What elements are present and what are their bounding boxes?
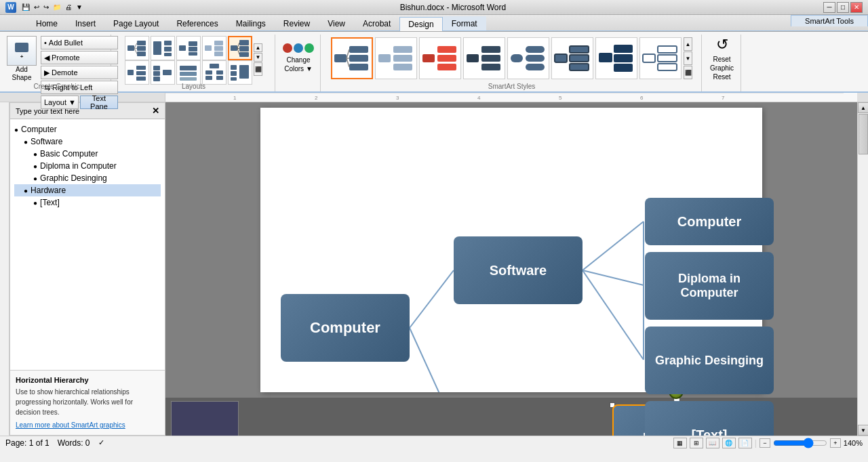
tab-home[interactable]: Home bbox=[27, 16, 66, 30]
tab-page-layout[interactable]: Page Layout bbox=[104, 16, 167, 30]
tab-references[interactable]: References bbox=[167, 16, 226, 30]
smartart-tools-label: SmartArt Tools bbox=[791, 15, 868, 26]
svg-rect-49 bbox=[349, 64, 368, 70]
layout-item-7[interactable] bbox=[151, 60, 175, 85]
layout-button[interactable]: Layout ▼ bbox=[41, 96, 79, 109]
zoom-in-button[interactable]: + bbox=[830, 438, 841, 448]
smartart-style-3[interactable] bbox=[419, 37, 461, 79]
smartart-style-2[interactable] bbox=[375, 37, 417, 79]
layout-item-10[interactable] bbox=[228, 60, 252, 85]
smartart-style-1[interactable] bbox=[331, 37, 373, 79]
promote-button[interactable]: ◀ Promote bbox=[41, 51, 118, 64]
node-text[interactable]: [Text] bbox=[645, 401, 774, 436]
layout-item-1[interactable] bbox=[125, 36, 149, 60]
svg-rect-38 bbox=[205, 70, 212, 75]
svg-rect-19 bbox=[231, 45, 237, 51]
tab-acrobat[interactable]: Acrobat bbox=[354, 16, 399, 30]
maximize-button[interactable]: □ bbox=[837, 2, 849, 13]
layout-arrows: ▲ ▼ ⬛ bbox=[254, 43, 262, 76]
tab-review[interactable]: Review bbox=[275, 16, 319, 30]
smartart-style-7[interactable] bbox=[595, 37, 637, 79]
view-web-button[interactable]: 🌐 bbox=[722, 438, 736, 448]
change-colors-button[interactable]: Change Colors ▼ bbox=[281, 36, 316, 90]
svg-rect-73 bbox=[599, 53, 612, 62]
tree-item-hardware[interactable]: ● Hardware bbox=[14, 184, 161, 196]
layout-scroll-up[interactable]: ▲ bbox=[254, 43, 262, 52]
tab-format[interactable]: Format bbox=[443, 16, 486, 30]
layout-item-3[interactable] bbox=[176, 36, 201, 60]
create-graphic-content: + Add Shape • Add Bullet ◀ Promote ▶ bbox=[7, 36, 106, 119]
tree-item-computer[interactable]: ● Computer bbox=[14, 123, 161, 135]
smartart-style-5[interactable] bbox=[507, 37, 549, 79]
view-reading-button[interactable]: 📖 bbox=[706, 438, 719, 448]
color-circle-blue bbox=[294, 43, 303, 53]
svg-rect-13 bbox=[189, 47, 197, 51]
layout-item-8[interactable] bbox=[176, 60, 201, 85]
status-check: ✓ bbox=[98, 438, 104, 447]
svg-rect-68 bbox=[526, 64, 545, 70]
smartart-style-6[interactable] bbox=[551, 37, 593, 79]
smartart-style-4[interactable] bbox=[463, 37, 505, 79]
node-graphic[interactable]: Graphic Desinging bbox=[645, 327, 774, 394]
node-software[interactable]: Software bbox=[454, 236, 583, 304]
svg-rect-62 bbox=[481, 46, 500, 53]
minimize-button[interactable]: ─ bbox=[823, 2, 835, 13]
footer-link[interactable]: Learn more about SmartArt graphics bbox=[16, 421, 125, 429]
layout-scroll-expand[interactable]: ⬛ bbox=[254, 62, 262, 76]
layout-scroll-down[interactable]: ▼ bbox=[254, 53, 262, 62]
layout-item-5[interactable] bbox=[228, 36, 252, 60]
vscroll-thumb[interactable] bbox=[859, 114, 868, 154]
layout-item-6[interactable] bbox=[125, 60, 149, 85]
zoom-out-button[interactable]: − bbox=[760, 438, 770, 448]
vscroll-up-button[interactable]: ▲ bbox=[858, 102, 868, 113]
node-diploma[interactable]: Diploma in Computer bbox=[645, 252, 774, 320]
demote-button[interactable]: ▶ Demote bbox=[41, 66, 118, 79]
node-computer-main[interactable]: Computer bbox=[281, 294, 410, 362]
svg-rect-26 bbox=[127, 70, 134, 75]
tree-item-graphic[interactable]: ● Graphic Desinging bbox=[14, 172, 161, 184]
view-draft-button[interactable]: 📄 bbox=[738, 438, 752, 448]
node-computer2[interactable]: Computer bbox=[645, 198, 774, 245]
layout-item-2[interactable] bbox=[151, 36, 175, 60]
ribbon-tabs-bar: SmartArt Tools Home Insert Page Layout R… bbox=[0, 15, 868, 32]
document-area: Computer Software Hardware bbox=[165, 102, 857, 436]
svg-text:2: 2 bbox=[315, 95, 318, 101]
layout-item-4[interactable] bbox=[202, 36, 226, 60]
text-pane-close-button[interactable]: ✕ bbox=[152, 106, 159, 116]
svg-rect-34 bbox=[180, 66, 197, 70]
demote-icon: ▶ bbox=[44, 68, 50, 77]
smartart-styles-group: ▲ ▼ ⬛ SmartArt Styles bbox=[322, 35, 702, 91]
tab-mailings[interactable]: Mailings bbox=[227, 16, 275, 30]
tab-insert[interactable]: Insert bbox=[66, 16, 104, 30]
bullet-computer: ● bbox=[14, 126, 18, 133]
text-pane-button[interactable]: Text Pane bbox=[80, 96, 118, 109]
svg-rect-74 bbox=[614, 45, 633, 53]
reset-graphic-button[interactable]: ↺ Reset Graphic Reset bbox=[707, 36, 736, 91]
layout-item-9[interactable] bbox=[202, 60, 226, 85]
tab-view[interactable]: View bbox=[319, 16, 354, 30]
view-full-button[interactable]: ⊞ bbox=[690, 438, 703, 448]
tree-item-diploma[interactable]: ● Diploma in Computer bbox=[14, 160, 161, 172]
view-normal-button[interactable]: ▦ bbox=[673, 438, 687, 448]
style-scroll-down[interactable]: ▼ bbox=[684, 51, 692, 65]
ribbon-content: + Add Shape • Add Bullet ◀ Promote ▶ bbox=[0, 32, 868, 91]
tree-item-text[interactable]: ● [Text] bbox=[14, 196, 161, 209]
svg-rect-9 bbox=[164, 47, 172, 51]
svg-line-6 bbox=[134, 48, 137, 54]
tree-item-software[interactable]: ● Software bbox=[14, 135, 161, 148]
vscroll-down-button[interactable]: ▼ bbox=[858, 425, 868, 436]
add-bullet-button[interactable]: • Add Bullet bbox=[41, 36, 118, 49]
tree-label-software: Software bbox=[31, 137, 62, 146]
style-scroll-expand[interactable]: ⬛ bbox=[684, 66, 692, 79]
svg-line-52 bbox=[347, 58, 349, 67]
style-scroll-up[interactable]: ▲ bbox=[684, 37, 692, 51]
tree-item-basic-computer[interactable]: ● Basic Computer bbox=[14, 148, 161, 160]
tab-design[interactable]: Design bbox=[399, 17, 442, 31]
close-button[interactable]: ✕ bbox=[850, 2, 863, 13]
svg-rect-30 bbox=[153, 66, 160, 70]
smartart-style-8[interactable] bbox=[639, 37, 682, 79]
svg-rect-72 bbox=[570, 64, 589, 70]
svg-rect-20 bbox=[239, 40, 249, 45]
zoom-slider[interactable] bbox=[773, 440, 827, 446]
add-shape-button[interactable]: + bbox=[7, 36, 37, 66]
